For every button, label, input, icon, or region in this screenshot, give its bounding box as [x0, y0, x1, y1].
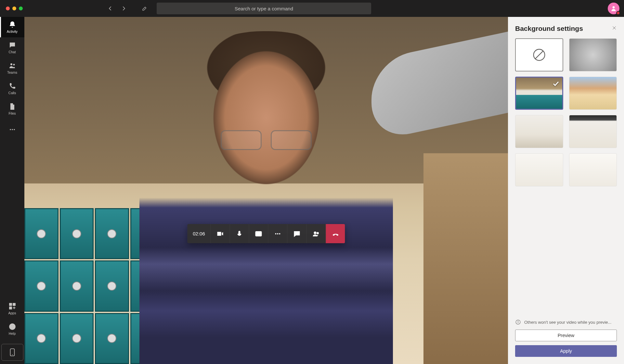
window-close-button[interactable] — [6, 6, 10, 10]
search-input[interactable]: Search or type a command — [157, 3, 371, 14]
info-icon — [515, 319, 521, 325]
svg-point-16 — [277, 233, 279, 234]
rail-calls[interactable]: Calls — [0, 78, 24, 99]
rail-label: Teams — [7, 70, 17, 74]
mic-toggle-button[interactable] — [230, 224, 249, 243]
bg-option-3[interactable] — [515, 115, 563, 148]
apply-button[interactable]: Apply — [515, 345, 617, 357]
share-screen-button[interactable] — [249, 224, 268, 243]
video-stage: 02:06 — [24, 17, 508, 364]
svg-rect-6 — [9, 303, 12, 306]
camera-icon — [216, 230, 224, 238]
nav-back-button[interactable] — [107, 6, 113, 11]
call-toolbar: 02:06 — [188, 224, 345, 243]
svg-point-10 — [12, 328, 13, 329]
rail-label: Files — [8, 111, 16, 115]
people-icon — [8, 62, 16, 69]
rail-mobile-button[interactable] — [1, 344, 23, 361]
no-background-icon — [532, 47, 547, 62]
svg-point-15 — [275, 233, 277, 234]
rail-label: Activity — [7, 30, 18, 33]
preview-button[interactable]: Preview — [515, 330, 617, 341]
svg-point-17 — [279, 233, 280, 234]
rail-help[interactable]: Help — [0, 319, 24, 339]
checkmark-icon — [552, 80, 560, 87]
participant-video — [139, 31, 393, 364]
window-minimize-button[interactable] — [12, 6, 16, 10]
rail-label: Apps — [8, 311, 16, 315]
more-actions-button[interactable] — [268, 224, 288, 243]
bg-option-none[interactable] — [515, 38, 563, 71]
search-placeholder: Search or type a command — [235, 6, 293, 11]
svg-line-21 — [535, 51, 543, 59]
button-label: Apply — [560, 348, 572, 354]
svg-point-18 — [314, 232, 316, 234]
mobile-icon — [9, 348, 16, 357]
phone-icon — [8, 82, 16, 90]
rail-label: Calls — [8, 91, 16, 95]
rail-label: Help — [9, 332, 16, 335]
bell-icon — [8, 21, 16, 29]
rail-apps[interactable]: Apps — [0, 298, 24, 319]
file-icon — [8, 103, 16, 110]
bg-option-blur[interactable] — [569, 38, 617, 71]
compose-button[interactable] — [142, 6, 148, 11]
share-icon — [255, 230, 263, 238]
hangup-button[interactable] — [326, 224, 345, 243]
svg-point-19 — [317, 232, 318, 234]
presence-badge — [616, 11, 620, 15]
rail-more[interactable] — [0, 119, 24, 140]
hangup-icon — [332, 230, 339, 238]
svg-point-3 — [10, 129, 11, 130]
nav-forward-button[interactable] — [121, 6, 127, 11]
svg-rect-7 — [13, 303, 15, 306]
preview-hint: Others won't see your video while you pr… — [515, 319, 617, 325]
rail-chat[interactable]: Chat — [0, 37, 24, 58]
people-icon — [312, 230, 320, 238]
svg-point-4 — [12, 129, 13, 130]
app-rail: Activity Chat Teams Calls Files Apps — [0, 17, 24, 364]
svg-point-24 — [518, 321, 518, 321]
call-timer: 02:06 — [188, 224, 211, 243]
rail-activity[interactable]: Activity — [0, 17, 24, 37]
bg-option-4[interactable] — [569, 115, 617, 148]
window-controls — [6, 6, 23, 10]
close-icon — [612, 25, 617, 31]
svg-point-1 — [10, 63, 12, 65]
video-background — [24, 17, 508, 364]
rail-files[interactable]: Files — [0, 99, 24, 119]
svg-point-5 — [14, 129, 15, 130]
window-maximize-button[interactable] — [19, 6, 23, 10]
svg-point-0 — [613, 6, 615, 8]
profile-avatar[interactable] — [608, 3, 619, 14]
rail-label: Chat — [8, 50, 16, 54]
bg-option-2[interactable] — [569, 77, 617, 110]
hint-text: Others won't see your video while you pr… — [524, 320, 611, 325]
titlebar: Search or type a command — [0, 0, 624, 17]
button-label: Preview — [558, 333, 575, 338]
panel-title: Background settings — [515, 25, 583, 32]
help-icon — [8, 323, 16, 331]
chat-button[interactable] — [288, 224, 307, 243]
mic-icon — [236, 230, 243, 238]
more-icon — [274, 230, 282, 238]
chat-icon — [293, 230, 301, 238]
chat-icon — [8, 41, 16, 49]
svg-point-2 — [13, 64, 15, 66]
bg-option-5[interactable] — [515, 153, 563, 186]
bg-option-6[interactable] — [569, 153, 617, 186]
more-icon — [8, 126, 16, 133]
rail-teams[interactable]: Teams — [0, 58, 24, 78]
participants-button[interactable] — [307, 224, 326, 243]
svg-point-12 — [12, 354, 12, 355]
camera-toggle-button[interactable] — [211, 224, 230, 243]
background-settings-panel: Background settings Others — [508, 17, 624, 364]
apps-icon — [8, 302, 16, 310]
panel-close-button[interactable] — [612, 25, 617, 32]
background-option-grid — [508, 38, 624, 315]
svg-rect-8 — [9, 307, 12, 309]
bg-option-1[interactable] — [515, 77, 563, 110]
